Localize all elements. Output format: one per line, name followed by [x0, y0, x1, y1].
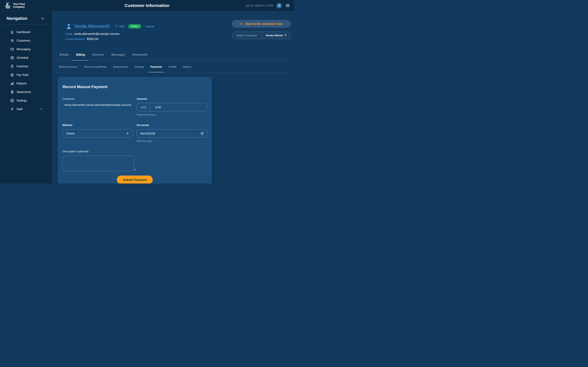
tab-passwords[interactable]: Passwords [129, 53, 151, 60]
user-avatar[interactable]: O [277, 3, 282, 8]
customer-field-value: Verda Altenwerth (verda-altenwerth@examp… [64, 103, 131, 107]
amount-input[interactable] [150, 106, 207, 109]
currency-prefix: USD [137, 103, 150, 111]
occurred-label: Occurred [137, 124, 207, 127]
hamburger-menu-icon[interactable] [285, 3, 290, 8]
customer-tabs: DetailsBillingServicesMessagesPasswords [56, 53, 291, 60]
sidebar-divider [3, 24, 49, 25]
main-content: Verda Altenwerth Edit Active Cancel Emai… [52, 11, 294, 184]
sidebar-title: Navigation [7, 16, 27, 21]
method-label: Method [62, 124, 133, 127]
back-to-customers-button[interactable]: Back to the customer's list. [232, 20, 291, 28]
tab-details[interactable]: Details [56, 53, 72, 60]
mail-icon [10, 47, 14, 51]
subtab-payment[interactable]: Payment [147, 60, 165, 72]
clipboard-list-icon [10, 90, 14, 94]
close-icon[interactable] [41, 17, 44, 20]
email-value: verda-altenwerth@example.nonono [74, 32, 120, 35]
sidebar: Navigation Dashboard Customers [0, 11, 52, 184]
company-name: Your Pool Company [13, 3, 25, 8]
tab-messages[interactable]: Messages [108, 53, 129, 60]
customer-name: Verda Altenwerth [74, 24, 110, 29]
customer-avatar-icon [66, 23, 72, 30]
subtab-charge[interactable]: Charge [131, 60, 147, 72]
balance-label: Current Balance: [66, 38, 86, 41]
edit-customer-button[interactable]: Edit [115, 25, 125, 28]
select-caret-icon [127, 133, 129, 134]
occurred-helper: Effective date [137, 140, 207, 142]
users-icon [10, 39, 14, 43]
sidebar-item-staff[interactable]: Staff [0, 105, 52, 113]
sidebar-item-statements[interactable]: Statements [0, 88, 52, 96]
calendar-picker-icon[interactable] [200, 132, 204, 135]
datetime-display: Apr 10, 2026 07:13 PM [246, 4, 273, 7]
billing-subtabs: Billing HistoryRecurring BillingStatemen… [56, 60, 291, 72]
chevron-down-icon [285, 35, 286, 36]
subtab-status[interactable]: Status [180, 60, 195, 72]
description-label: Description (optional) [62, 150, 134, 153]
record-payment-card: Record Manual Payment Customer Verda Alt… [58, 77, 212, 184]
sidebar-item-messaging[interactable]: Messaging [0, 45, 52, 53]
arrow-left-icon [240, 22, 243, 26]
gear-icon [10, 99, 14, 103]
sidebar-item-reports[interactable]: Reports [0, 79, 52, 88]
calendar-icon [10, 56, 14, 60]
switch-customer-dropdown[interactable]: Verda Altenw [261, 32, 291, 39]
balance-value: $500.00 [87, 37, 98, 41]
tab-services[interactable]: Services [89, 53, 108, 60]
card-title: Record Manual Payment [62, 85, 207, 89]
switch-customer-control[interactable]: Switch Customer Verda Altenw [232, 32, 291, 39]
amount-label: Amount [137, 97, 207, 100]
home-icon [10, 30, 14, 34]
sidebar-item-schedule[interactable]: Schedule [0, 53, 52, 62]
dollar-circle-icon [10, 73, 14, 77]
page: Your Pool Company Customer Information A… [0, 0, 294, 184]
sidebar-item-customers[interactable]: Customers [0, 36, 52, 45]
description-textarea[interactable] [62, 156, 134, 171]
method-select[interactable]: Check [62, 129, 133, 138]
clipboard-check-icon [10, 64, 14, 68]
amount-helper: Payment amount [137, 113, 207, 116]
status-badge: Active [128, 24, 141, 29]
bar-chart-icon [10, 82, 14, 85]
occurred-input-group [137, 129, 207, 138]
amount-input-group: USD [137, 103, 207, 111]
subtab-credit[interactable]: Credit [165, 60, 180, 72]
staff-icon [10, 107, 14, 111]
pencil-icon [115, 25, 118, 28]
pool-logo-icon [4, 2, 11, 9]
customer-field-label: Customer [62, 97, 133, 100]
switch-customer-label: Switch Customer [232, 32, 261, 39]
subtab-recurring-billing[interactable]: Recurring Billing [81, 60, 110, 72]
tab-billing[interactable]: Billing [72, 53, 89, 60]
sidebar-item-settings[interactable]: Settings [0, 96, 52, 105]
customer-actions: Back to the customer's list. Switch Cust… [232, 20, 291, 39]
sidebar-item-inventory[interactable]: Inventory [0, 62, 52, 71]
cancel-customer-link[interactable]: Cancel [145, 25, 154, 28]
submit-payment-button[interactable]: Submit Payment [117, 175, 153, 184]
company-logo[interactable]: Your Pool Company [4, 2, 25, 9]
sidebar-nav: Dashboard Customers Messaging Schedule [0, 28, 52, 113]
email-label: Email: [66, 33, 73, 35]
app-header: Your Pool Company Customer Information A… [0, 0, 294, 11]
subtab-statements[interactable]: Statements [110, 60, 131, 72]
sidebar-item-pay-total[interactable]: Pay Total [0, 71, 52, 79]
subtab-billing-history[interactable]: Billing History [56, 60, 81, 72]
chevron-down-icon [40, 108, 43, 110]
sidebar-item-dashboard[interactable]: Dashboard [0, 28, 52, 36]
resize-handle-icon[interactable] [134, 168, 136, 171]
method-selected-value: Check [63, 132, 75, 135]
occurred-date-input[interactable] [137, 132, 207, 135]
